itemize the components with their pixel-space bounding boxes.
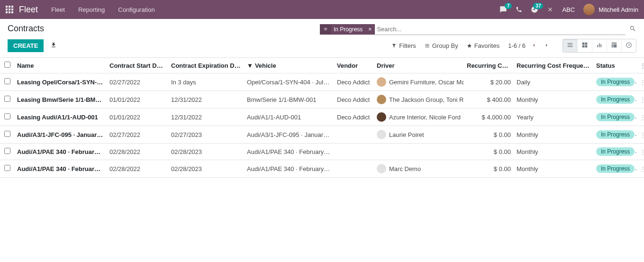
apps-icon[interactable] — [6, 6, 13, 13]
phone-icon[interactable] — [516, 6, 522, 13]
row-checkbox[interactable] — [4, 113, 10, 119]
filter-icon — [320, 25, 331, 34]
svg-rect-6 — [6, 11, 8, 13]
table-row[interactable]: Leasing Opel/Corsa/1-SYN-40...02/27/2022… — [0, 73, 644, 91]
cell-cost: $ 0.00 — [464, 160, 514, 178]
select-all[interactable] — [0, 58, 14, 73]
view-activity[interactable] — [622, 39, 636, 52]
view-list[interactable] — [563, 39, 578, 52]
toolbar-right: Filters Group By Favorites 1-6 / 6 — [391, 39, 636, 53]
cell-cost: $ 0.00 — [464, 144, 514, 160]
table-row[interactable]: Audi/A1/PAE 340 · February 2...02/28/202… — [0, 144, 644, 160]
nav-menu: Fleet Reporting Configuration — [51, 6, 155, 13]
cell-freq: Monthly — [514, 91, 593, 108]
prev-page[interactable] — [529, 40, 538, 51]
cell-expiration: 02/28/2023 — [168, 160, 244, 178]
col-vehicle[interactable]: ▼Vehicle — [244, 58, 334, 73]
cell-status: In Progress — [593, 73, 637, 91]
table-row[interactable]: Leasing Bmw/Serie 1/1-BMW-...01/01/20221… — [0, 91, 644, 108]
cell-start: 02/27/2022 — [107, 126, 168, 144]
svg-rect-15 — [600, 44, 601, 47]
view-kanban[interactable] — [578, 39, 592, 52]
row-menu-icon[interactable]: ⋮ — [640, 96, 644, 103]
row-checkbox[interactable] — [4, 148, 10, 154]
view-pivot[interactable] — [607, 39, 622, 52]
svg-rect-1 — [9, 6, 10, 8]
company-selector[interactable]: ABC — [562, 6, 575, 13]
kebab-icon: ⋮ — [640, 62, 644, 69]
cell-expiration: 12/31/2022 — [168, 91, 244, 108]
cell-expiration: 02/27/2023 — [168, 126, 244, 144]
searchbox: In Progress × — [320, 24, 636, 35]
view-graph[interactable] — [592, 39, 607, 52]
breadcrumb: Contracts — [8, 24, 44, 34]
cell-vehicle: Opel/Corsa/1-SYN-404 · July ... — [244, 73, 334, 91]
col-start[interactable]: Contract Start Date — [107, 58, 168, 73]
col-driver[interactable]: Driver — [374, 58, 464, 73]
svg-rect-9 — [582, 43, 585, 45]
favorites-button[interactable]: Favorites — [467, 42, 499, 49]
groupby-button[interactable]: Group By — [425, 42, 458, 49]
select-all-checkbox[interactable] — [4, 62, 10, 68]
cell-driver: Laurie Poiret — [374, 126, 464, 144]
data-table: Name Contract Start Date Contract Expira… — [0, 57, 644, 178]
row-menu-icon[interactable]: ⋮ — [640, 148, 644, 155]
driver-name: Azure Interior, Nicole Ford — [389, 114, 461, 121]
messages-icon[interactable]: 7 — [499, 6, 507, 13]
cell-expiration: In 3 days — [168, 73, 244, 91]
row-checkbox[interactable] — [4, 78, 10, 84]
col-vehicle-label: Vehicle — [255, 62, 276, 69]
status-badge: In Progress — [596, 113, 635, 121]
cell-freq: Monthly — [514, 144, 593, 160]
nav-configuration[interactable]: Configuration — [118, 6, 154, 13]
table-row[interactable]: Leasing Audi/A1/1-AUD-00101/01/202212/31… — [0, 108, 644, 126]
cell-status: In Progress — [593, 91, 637, 108]
status-badge: In Progress — [596, 95, 635, 104]
svg-rect-8 — [11, 11, 13, 13]
col-optional[interactable]: ⋮ — [637, 58, 644, 73]
create-button[interactable]: CREATE — [8, 39, 44, 52]
table-row[interactable]: Audi/A3/1-JFC-095 · January ...02/27/202… — [0, 126, 644, 144]
cell-name: Audi/A3/1-JFC-095 · January ... — [14, 126, 107, 144]
driver-name: The Jackson Group, Toni Rh — [389, 96, 464, 103]
row-menu-icon[interactable]: ⋮ — [640, 131, 644, 138]
sort-desc-icon: ▼ — [247, 62, 253, 69]
activities-icon[interactable]: 37 — [531, 6, 538, 13]
next-page[interactable] — [542, 40, 551, 51]
driver-avatar — [377, 112, 386, 122]
row-menu-icon[interactable]: ⋮ — [640, 165, 644, 172]
row-checkbox[interactable] — [4, 165, 10, 171]
filter-chip: In Progress × — [320, 24, 375, 35]
download-button[interactable] — [50, 42, 57, 50]
filter-chip-close[interactable]: × — [365, 26, 374, 33]
brand[interactable]: Fleet — [19, 5, 38, 15]
table-row[interactable]: Audi/A1/PAE 340 · February 2...02/28/202… — [0, 160, 644, 178]
filter-chip-label[interactable]: In Progress — [331, 26, 365, 33]
col-recurring-cost[interactable]: Recurring Cost — [464, 58, 514, 73]
cell-expiration: 02/28/2023 — [168, 144, 244, 160]
cell-name: Audi/A1/PAE 340 · February 2... — [14, 160, 107, 178]
col-name[interactable]: Name — [14, 58, 107, 73]
nav-fleet[interactable]: Fleet — [51, 6, 65, 13]
search-icon[interactable] — [629, 25, 636, 34]
pager-text[interactable]: 1-6 / 6 — [508, 42, 526, 49]
col-status[interactable]: Status — [593, 58, 637, 73]
col-vendor[interactable]: Vendor — [334, 58, 374, 73]
cell-driver: Gemini Furniture, Oscar Mor — [374, 73, 464, 91]
cell-name: Leasing Bmw/Serie 1/1-BMW-... — [14, 91, 107, 108]
search-input[interactable] — [375, 24, 626, 35]
row-menu-icon[interactable]: ⋮ — [640, 114, 644, 121]
debug-icon[interactable] — [547, 6, 553, 13]
col-expiration[interactable]: Contract Expiration Da... — [168, 58, 244, 73]
row-menu-icon[interactable]: ⋮ — [640, 79, 644, 86]
cell-status: In Progress — [593, 126, 637, 144]
nav-reporting[interactable]: Reporting — [78, 6, 105, 13]
row-checkbox[interactable] — [4, 131, 10, 137]
filters-button[interactable]: Filters — [391, 42, 416, 49]
driver-name: Laurie Poiret — [389, 131, 424, 138]
row-checkbox[interactable] — [4, 96, 10, 102]
user-menu[interactable]: Mitchell Admin — [583, 4, 638, 15]
cell-status: In Progress — [593, 108, 637, 126]
col-recurring-freq[interactable]: Recurring Cost Frequency — [514, 58, 593, 73]
cell-vehicle: Audi/A3/1-JFC-095 · January ... — [244, 126, 334, 144]
